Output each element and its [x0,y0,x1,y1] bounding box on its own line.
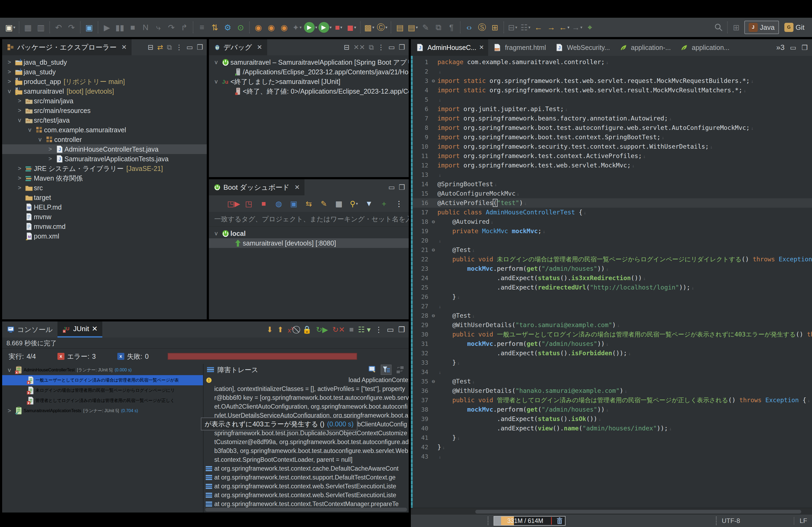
editor-horizontal-scrollbar[interactable] [411,508,812,515]
package-explorer-item[interactable]: WHELP.md [2,202,207,212]
debug-tree-item[interactable]: vJu<終了しました>samuraitravel [JUnit] [209,77,409,86]
editor-line-39[interactable]: 39 .andExpect(status().isOk())↓ [413,414,812,424]
terminate-icon[interactable]: ■ [127,21,139,34]
rerun-test-icon[interactable]: ↻▶ [316,325,328,334]
editor-line-3[interactable]: 3⊖import static org.springframework.test… [413,76,812,86]
save-all-icon[interactable]: ▥ [35,21,47,34]
collapse-tree-icon[interactable]: ☷▾ [520,21,532,34]
show-whitespace-icon[interactable]: ¶ [446,21,457,34]
funnel-icon[interactable]: ▼ [364,198,374,209]
globe-icon[interactable]: ◍ [273,198,284,209]
new-class-icon[interactable]: Ⓒ▾ [376,21,388,34]
package-explorer-item[interactable]: M!pom.xml [2,231,207,241]
package-explorer-item[interactable]: mvnw [2,212,207,222]
editor-line-12[interactable]: 12import org.springframework.test.web.se… [413,161,812,170]
failure-trace-line[interactable]: b3fa0b3, org.springframework.boot.test.a… [204,447,409,455]
editor-line-1[interactable]: 1package com.example.samuraitravel.contr… [413,57,812,67]
package-explorer-item[interactable]: vsrc/test/java [2,115,207,125]
fold-collapse-icon[interactable]: ⊖ [429,76,437,86]
coverage-icon[interactable]: ✦▾ [291,21,303,34]
chevron-expanded-icon[interactable]: v [15,117,24,124]
resume-icon[interactable]: ▶ [101,21,113,34]
close-icon[interactable]: ✕ [294,183,300,191]
failure-trace-line[interactable]: et.OAuth2ClientAutoConfiguration, org.sp… [204,402,409,411]
filter-stack-trace-icon[interactable] [381,365,392,375]
editor-line-5[interactable]: 5↓ [413,95,812,104]
minimize-icon[interactable]: ▭ [186,43,193,51]
trace-horizontal-scrollbar[interactable] [205,508,407,511]
run-history-icon[interactable]: ≡ [196,21,208,34]
link-with-editor-icon[interactable]: ⇄ [157,43,163,51]
close-icon[interactable]: ✕ [92,325,98,333]
heap-2-icon[interactable]: ◉ [265,21,277,34]
stop-icon[interactable]: ■▾ [333,21,345,34]
failure-trace-line[interactable]: at org.springframework.test.context.Test… [204,500,409,509]
gear-icon[interactable]: ⚙ [222,21,234,34]
drag-handle[interactable] [716,516,719,525]
new-snippet-icon[interactable]: Ⓢ [476,21,488,34]
failure-trace-line[interactable]: st.context.SpringBootContextLoader, pare… [204,455,409,464]
run-gc-trash-icon[interactable] [556,517,563,525]
line-ending-indicator[interactable]: LF [800,517,807,525]
open-resource-icon[interactable]: ▤▾ [407,21,419,34]
perspective-java[interactable]: J Java [744,21,779,34]
pause-icon[interactable]: ▮▮ [114,21,126,34]
editor-line-41[interactable]: 41 }↓ [413,433,812,442]
boot-dashboard-item[interactable]: vlocal [209,229,409,238]
failure-trace-line[interactable]: !load ApplicationContext for [204,376,409,385]
view-packages-icon[interactable]: ⧉ [369,43,374,51]
chevron-collapsed-icon[interactable]: > [15,107,24,114]
editor-line-7[interactable]: 7import org.springframework.beans.factor… [413,114,812,123]
package-explorer-item[interactable]: vcom.example.samuraitravel [2,125,207,135]
chevron-collapsed-icon[interactable]: > [5,59,14,66]
junit-test-item[interactable]: x管理者としてログイン済みの場合は管理者用の民宿一覧ページが正しく [2,395,203,406]
editor-line-11[interactable]: 11import org.springframework.test.contex… [413,151,812,161]
relaunch-icon[interactable]: ◼▾ [346,21,358,34]
failure-trace-line[interactable]: at org.springframework.test.context.web.… [204,482,409,491]
package-explorer-item[interactable]: target [2,193,207,202]
pencil-icon[interactable]: ✎ [318,198,329,209]
editor-line-4[interactable]: 4import static org.springframework.test.… [413,86,812,95]
disconnect-icon[interactable]: N [140,21,151,34]
stop-junit-icon[interactable]: ■ [349,325,354,334]
pin-editor-icon[interactable]: ⌖ [584,21,596,34]
editor-line-36[interactable]: 36 @WithUserDetails("hanako.samurai@exam… [413,386,812,395]
search-icon[interactable] [713,21,724,34]
editor-line-6[interactable]: 6import org.junit.jupiter.api.Test;↓ [413,104,812,114]
more-tabs-indicator[interactable]: »3 [776,43,785,52]
minimize-icon[interactable]: ▭ [790,44,796,51]
editor-tab-websecurity[interactable]: JWebSecurity... [550,39,614,56]
next-failure-icon[interactable]: ⬇ [267,325,273,334]
editor-line-19[interactable]: 19 private MockMvc mockMvc;↓ [413,226,812,236]
swap-icon[interactable]: ⇆ [303,198,314,209]
chevron-collapsed-icon[interactable]: > [15,184,24,191]
boot-filter-input[interactable]: 一致するタグ、プロジェクト、またはワーキング・セット名を入力しま [209,212,409,226]
maximize-icon[interactable]: ❒ [197,43,203,51]
new-box-icon[interactable]: ⊞ [489,21,501,34]
editor-line-20[interactable]: 20↓ [413,236,812,245]
fold-collapse-icon[interactable]: ⊖ [429,377,437,386]
editor-line-33[interactable]: 33 }↓ [413,358,812,367]
save-icon[interactable]: ▦ [22,21,34,34]
debug-start-icon[interactable]: ◳ [243,198,254,209]
next-edit-icon[interactable]: → [545,21,557,34]
format-icon[interactable]: ⧉ [433,21,445,34]
view-menu-icon[interactable]: ⋮ [378,43,385,51]
open-perspective-icon[interactable]: ⊞ [730,21,742,34]
editor-line-18[interactable]: 18⊖ @Autowired↓ [413,217,812,226]
package-explorer-item[interactable]: vcontroller [2,135,207,144]
heap-1-icon[interactable]: ◉ [252,21,264,34]
debug-run-icon[interactable]: ▶▾ [318,21,332,34]
new-java-project-icon[interactable]: ▩▾ [363,21,375,34]
failure-trace-line[interactable]: tCustomizer@e8df99a, org.springframework… [204,438,409,447]
debug-tree-item[interactable]: <終了、終了値: 0>/Applications/Eclipse_2023-12… [209,86,409,96]
package-explorer-item[interactable]: >Jjava_study [2,67,207,77]
chevron-collapsed-icon[interactable]: > [15,97,24,104]
compare-result-icon[interactable] [395,365,405,375]
editor-line-15[interactable]: 15@AutoConfigureMockMvc↓ [413,189,812,198]
editor-line-27[interactable]: 27↓ [413,302,812,311]
chevron-expanded-icon[interactable]: v [35,136,45,143]
redo-icon[interactable]: ↷ [66,21,77,34]
failure-trace-line[interactable]: r@bbb6f0 key = [org.springframework.boot… [204,393,409,402]
previous-failure-icon[interactable]: ⬆ [277,325,283,334]
